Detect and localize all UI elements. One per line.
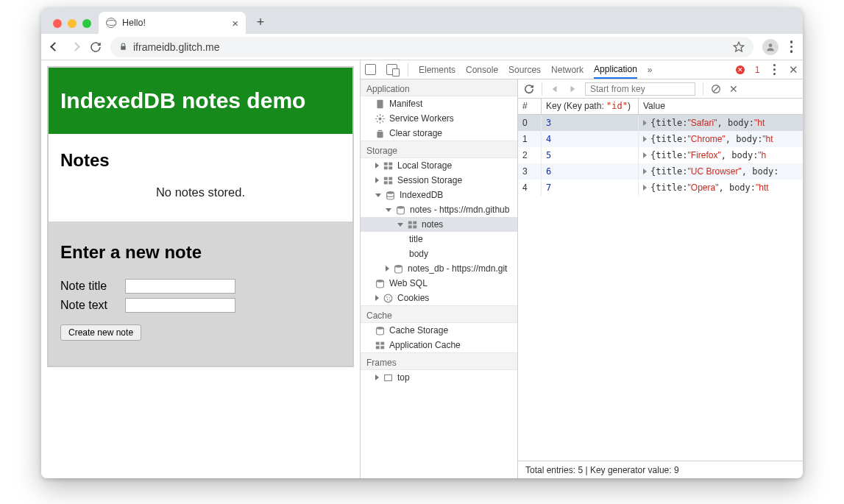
sidebar-item-idb-notes-origin[interactable]: notes - https://mdn.github	[361, 202, 517, 217]
svg-rect-13	[408, 221, 412, 224]
table-row[interactable]: 47{title: "Opera", body: "htt	[518, 180, 803, 196]
svg-point-0	[768, 43, 772, 47]
table-row[interactable]: 14{title: "Chrome", body: "ht	[518, 131, 803, 147]
create-note-button[interactable]: Create new note	[60, 324, 141, 341]
more-tabs-icon[interactable]: »	[648, 65, 653, 75]
col-hash[interactable]: #	[518, 99, 542, 114]
notes-heading: Notes	[60, 150, 341, 171]
sidebar-item-idx-body[interactable]: body	[361, 246, 517, 261]
no-notes-message: No notes stored.	[60, 185, 341, 214]
sidebar-item-idb-notes-store[interactable]: notes	[361, 217, 517, 232]
svg-point-24	[377, 326, 384, 329]
profile-avatar[interactable]	[762, 39, 779, 55]
group-cache: Cache	[361, 305, 517, 323]
back-button[interactable]	[49, 41, 60, 53]
svg-point-19	[384, 294, 392, 302]
sidebar-item-idb-notesdb-origin[interactable]: notes_db - https://mdn.git	[361, 261, 517, 276]
svg-rect-28	[380, 346, 384, 349]
note-title-input[interactable]	[125, 279, 235, 294]
tab-title: Hello!	[122, 18, 146, 28]
svg-rect-1	[377, 99, 383, 107]
sidebar-item-clear-storage[interactable]: Clear storage	[361, 126, 517, 141]
error-badge-icon[interactable]: ✕	[736, 65, 745, 74]
tab-console[interactable]: Console	[466, 65, 498, 75]
element-picker-icon[interactable]	[365, 64, 376, 75]
svg-rect-15	[408, 225, 412, 228]
table-row[interactable]: 03{title: "Safari", body: "ht	[518, 115, 803, 131]
start-from-key-input[interactable]	[585, 82, 695, 96]
tab-elements[interactable]: Elements	[419, 65, 455, 75]
refresh-icon[interactable]	[524, 84, 534, 94]
forward-button[interactable]	[69, 41, 81, 53]
window-controls	[49, 19, 99, 34]
sidebar-item-cache-storage[interactable]: Cache Storage	[361, 323, 517, 338]
svg-rect-14	[413, 221, 416, 224]
form-heading: Enter a new note	[60, 242, 341, 263]
svg-point-21	[389, 297, 390, 298]
devtools-menu-button[interactable]	[770, 64, 779, 76]
page-title: IndexedDB notes demo	[49, 68, 352, 134]
address-bar[interactable]: iframeidb.glitch.me	[110, 37, 753, 57]
minimize-window-button[interactable]	[68, 19, 77, 28]
note-text-label: Note text	[60, 299, 119, 312]
table-row[interactable]: 36{title: "UC Browser", body:	[518, 163, 803, 180]
tab-application[interactable]: Application	[594, 64, 637, 79]
svg-point-18	[377, 279, 384, 282]
new-tab-button[interactable]: +	[250, 12, 271, 32]
url-text: iframeidb.glitch.me	[133, 41, 220, 53]
delete-selected-icon[interactable]: ✕	[728, 84, 739, 94]
group-frames: Frames	[361, 352, 517, 370]
sidebar-item-local-storage[interactable]: Local Storage	[361, 158, 517, 173]
clear-store-icon[interactable]	[711, 84, 721, 94]
svg-rect-29	[385, 375, 392, 380]
svg-point-2	[378, 117, 381, 120]
tab-sources[interactable]: Sources	[508, 65, 541, 75]
tab-strip: Hello! × +	[41, 7, 803, 34]
maximize-window-button[interactable]	[82, 19, 91, 28]
sidebar-item-websql[interactable]: Web SQL	[361, 276, 517, 291]
svg-rect-3	[384, 162, 388, 165]
sidebar-item-frames-top[interactable]: top	[361, 370, 517, 385]
lock-icon	[119, 43, 127, 51]
idb-toolbar: ✕	[518, 79, 803, 99]
browser-toolbar: iframeidb.glitch.me	[41, 34, 803, 60]
device-toolbar-icon[interactable]	[386, 64, 397, 75]
col-key[interactable]: Key (Key path: "id")	[542, 99, 639, 114]
sidebar-item-session-storage[interactable]: Session Storage	[361, 173, 517, 188]
idb-data-panel: ✕ # Key (Key path: "id") Value 03{title:…	[518, 79, 803, 478]
next-page-icon[interactable]	[567, 84, 578, 94]
close-tab-icon[interactable]: ×	[232, 17, 238, 29]
prev-page-icon[interactable]	[550, 84, 560, 94]
sidebar-item-application-cache[interactable]: Application Cache	[361, 338, 517, 352]
svg-point-17	[395, 264, 403, 267]
table-row[interactable]: 25{title: "Firefox", body: "h	[518, 147, 803, 163]
svg-rect-25	[376, 341, 380, 344]
browser-menu-button[interactable]	[787, 40, 796, 53]
svg-point-20	[386, 297, 388, 298]
error-count[interactable]: 1	[755, 65, 760, 75]
note-text-input[interactable]	[125, 298, 235, 313]
svg-rect-5	[384, 166, 388, 169]
browser-tab[interactable]: Hello! ×	[99, 12, 246, 34]
devtools-tabbar: Elements Console Sources Network Applica…	[361, 60, 803, 79]
sidebar-item-idx-title[interactable]: title	[361, 232, 517, 246]
tab-network[interactable]: Network	[551, 65, 584, 75]
close-window-button[interactable]	[53, 19, 62, 28]
webpage: IndexedDB notes demo Notes No notes stor…	[41, 60, 360, 478]
reload-button[interactable]	[90, 41, 102, 53]
sidebar-item-cookies[interactable]: Cookies	[361, 291, 517, 305]
svg-rect-6	[389, 166, 392, 169]
sidebar-item-manifest[interactable]: Manifest	[361, 96, 517, 111]
idb-table-body: 03{title: "Safari", body: "ht14{title: "…	[518, 115, 803, 461]
sidebar-item-service-workers[interactable]: Service Workers	[361, 111, 517, 126]
bookmark-star-icon[interactable]	[733, 41, 745, 53]
svg-point-11	[387, 191, 394, 194]
close-devtools-icon[interactable]: ✕	[789, 63, 798, 77]
idb-table-header: # Key (Key path: "id") Value	[518, 99, 803, 115]
svg-point-22	[387, 299, 389, 300]
svg-rect-26	[380, 341, 384, 344]
col-value[interactable]: Value	[639, 99, 803, 114]
svg-rect-8	[389, 177, 392, 180]
idb-footer: Total entries: 5 | Key generator value: …	[518, 461, 803, 478]
sidebar-item-indexeddb[interactable]: IndexedDB	[361, 188, 517, 202]
